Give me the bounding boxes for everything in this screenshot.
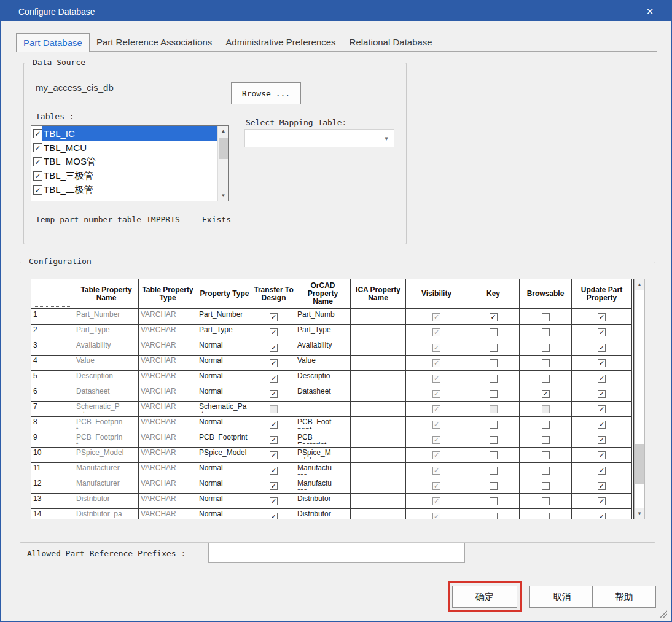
checkbox-checked-icon[interactable]: ✓ <box>33 157 42 166</box>
cell-browsable[interactable] <box>520 417 572 432</box>
checkbox-checked-icon[interactable]: ✓ <box>270 344 278 352</box>
checkbox-unchecked-icon[interactable] <box>490 344 498 352</box>
cell-type[interactable]: VARCHAR <box>139 309 197 325</box>
checkbox-checked-icon[interactable]: ✓ <box>598 375 606 383</box>
configuration-table-scrollbar[interactable]: ▲ ▼ <box>634 279 645 519</box>
checkbox-unchecked-icon[interactable] <box>542 497 550 505</box>
cell-ptype[interactable]: Normal <box>197 356 252 371</box>
cell-browsable[interactable] <box>520 494 572 509</box>
cell-type[interactable]: VARCHAR <box>139 371 197 386</box>
cell-ica[interactable] <box>351 325 406 340</box>
cell-name[interactable]: Availability <box>74 340 139 356</box>
cell-key[interactable] <box>467 463 520 478</box>
cell-num[interactable]: 13 <box>31 494 74 509</box>
help-button[interactable]: 帮助 <box>592 586 656 608</box>
cell-ptype[interactable]: Part_Type <box>197 325 252 340</box>
cell-update[interactable]: ✓ <box>572 325 632 340</box>
checkbox-unchecked-icon[interactable] <box>542 513 550 520</box>
cell-orcad[interactable]: Descriptio <box>295 371 351 386</box>
cell-transfer[interactable]: ✓ <box>252 309 295 325</box>
checkbox-checked-icon[interactable]: ✓ <box>490 313 498 321</box>
cell-update[interactable]: ✓ <box>572 448 632 463</box>
cell-key[interactable] <box>467 509 520 519</box>
list-item[interactable]: ✓TBL_IC <box>31 126 217 141</box>
checkbox-checked-icon[interactable]: ✓ <box>598 513 606 520</box>
checkbox-checked-icon[interactable]: ✓ <box>270 359 278 367</box>
cell-ptype[interactable]: PSpice_Model <box>197 448 252 463</box>
tab-relational-database[interactable]: Relational Database <box>343 33 439 51</box>
cell-ptype[interactable]: PCB_Footprint <box>197 432 252 448</box>
cell-orcad[interactable]: PCBFootprint <box>295 432 351 448</box>
cell-transfer[interactable]: ✓ <box>252 478 295 494</box>
cell-transfer[interactable]: ✓ <box>252 417 295 432</box>
cell-ica[interactable] <box>351 309 406 325</box>
checkbox-unchecked-icon[interactable] <box>542 467 550 475</box>
cell-update[interactable]: ✓ <box>572 417 632 432</box>
cell-transfer[interactable]: ✓ <box>252 371 295 386</box>
cell-browsable[interactable]: ✓ <box>520 386 572 402</box>
checkbox-checked-icon[interactable]: ✓ <box>270 467 278 475</box>
cell-ica[interactable] <box>351 509 406 519</box>
checkbox-checked-icon[interactable]: ✓ <box>33 171 42 181</box>
checkbox-checked-icon[interactable]: ✓ <box>598 497 606 505</box>
checkbox-checked-icon[interactable]: ✓ <box>270 421 278 429</box>
tab-administrative-preferences[interactable]: Administrative Preferences <box>219 33 342 51</box>
checkbox-unchecked-icon[interactable] <box>490 451 498 459</box>
checkbox-checked-icon[interactable]: ✓ <box>270 482 278 490</box>
cell-update[interactable]: ✓ <box>572 432 632 448</box>
checkbox-unchecked-icon[interactable] <box>490 482 498 490</box>
cell-ica[interactable] <box>351 340 406 356</box>
scrollbar-thumb[interactable] <box>635 444 644 484</box>
cell-orcad[interactable]: Datasheet <box>295 386 351 402</box>
cell-transfer[interactable]: ✓ <box>252 494 295 509</box>
cell-browsable[interactable] <box>520 325 572 340</box>
list-item[interactable]: ✓TBL_三极管 <box>31 169 217 183</box>
checkbox-checked-icon[interactable]: ✓ <box>33 129 42 138</box>
cell-name[interactable]: Schematic_Part <box>74 402 139 417</box>
cell-ica[interactable] <box>351 463 406 478</box>
checkbox-checked-icon[interactable]: ✓ <box>598 405 606 413</box>
cell-type[interactable]: VARCHAR <box>139 478 197 494</box>
scroll-down-icon[interactable]: ▼ <box>635 508 644 519</box>
list-item[interactable]: ✓TBL_MCU <box>31 141 217 155</box>
checkbox-unchecked-icon[interactable] <box>490 375 498 383</box>
cell-num[interactable]: 5 <box>31 371 74 386</box>
tab-part-database[interactable]: Part Database <box>16 33 90 52</box>
scroll-up-icon[interactable]: ▲ <box>218 126 229 136</box>
checkbox-unchecked-icon[interactable] <box>542 421 550 429</box>
cell-transfer[interactable]: ✓ <box>252 325 295 340</box>
resize-grip[interactable] <box>658 609 667 618</box>
cell-key[interactable] <box>467 494 520 509</box>
cell-browsable[interactable] <box>520 356 572 371</box>
checkbox-unchecked-icon[interactable] <box>490 421 498 429</box>
cell-name[interactable]: Part_Type <box>74 325 139 340</box>
checkbox-checked-icon[interactable]: ✓ <box>270 375 278 383</box>
cell-type[interactable]: VARCHAR <box>139 509 197 519</box>
cell-update[interactable]: ✓ <box>572 509 632 519</box>
chevron-down-icon[interactable]: ▾ <box>379 134 394 142</box>
cell-browsable[interactable] <box>520 371 572 386</box>
cell-ica[interactable] <box>351 478 406 494</box>
cell-type[interactable]: VARCHAR <box>139 494 197 509</box>
cell-update[interactable]: ✓ <box>572 386 632 402</box>
scroll-down-icon[interactable]: ▼ <box>218 190 229 201</box>
cell-orcad[interactable]: Manufacturer <box>295 463 351 478</box>
cell-key[interactable] <box>467 448 520 463</box>
checkbox-checked-icon[interactable]: ✓ <box>270 451 278 459</box>
cell-orcad[interactable]: Availability <box>295 340 351 356</box>
cell-key[interactable] <box>467 340 520 356</box>
cell-browsable[interactable] <box>520 448 572 463</box>
cell-ica[interactable] <box>351 448 406 463</box>
cell-num[interactable]: 11 <box>31 463 74 478</box>
cell-orcad[interactable]: Part_Type <box>295 325 351 340</box>
ok-button[interactable]: 确定 <box>452 586 517 608</box>
checkbox-checked-icon[interactable]: ✓ <box>270 513 278 520</box>
checkbox-unchecked-icon[interactable] <box>542 359 550 367</box>
cell-key[interactable] <box>467 371 520 386</box>
cell-name[interactable]: Description <box>74 371 139 386</box>
cell-num[interactable]: 10 <box>31 448 74 463</box>
cell-ptype[interactable]: Normal <box>197 478 252 494</box>
cell-type[interactable]: VARCHAR <box>139 402 197 417</box>
cell-num[interactable]: 3 <box>31 340 74 356</box>
cell-key[interactable] <box>467 356 520 371</box>
